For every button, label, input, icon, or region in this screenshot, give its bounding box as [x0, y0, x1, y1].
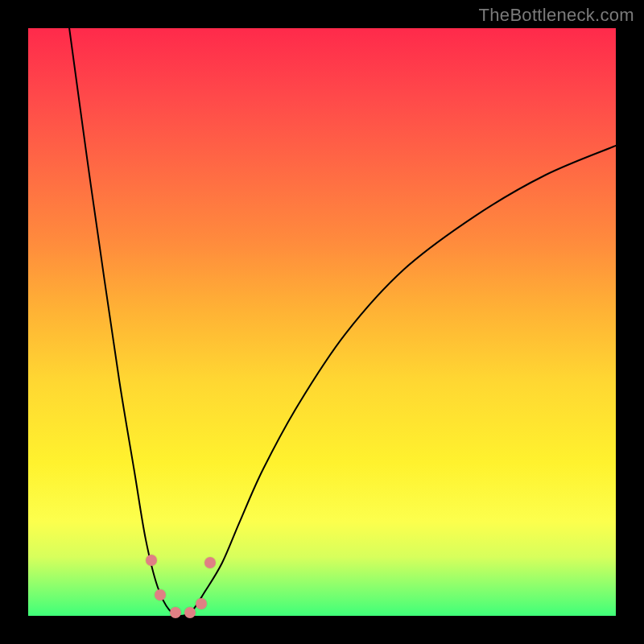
plot-area [28, 28, 616, 616]
data-point-5 [204, 557, 216, 568]
data-point-3 [184, 607, 196, 618]
data-point-0 [146, 555, 157, 566]
watermark-text: TheBottleneck.com [479, 5, 634, 26]
data-point-2 [170, 607, 181, 618]
data-point-1 [155, 589, 166, 601]
chart-stage: TheBottleneck.com [0, 0, 644, 644]
data-point-4 [196, 598, 207, 609]
data-points-layer [28, 28, 616, 616]
